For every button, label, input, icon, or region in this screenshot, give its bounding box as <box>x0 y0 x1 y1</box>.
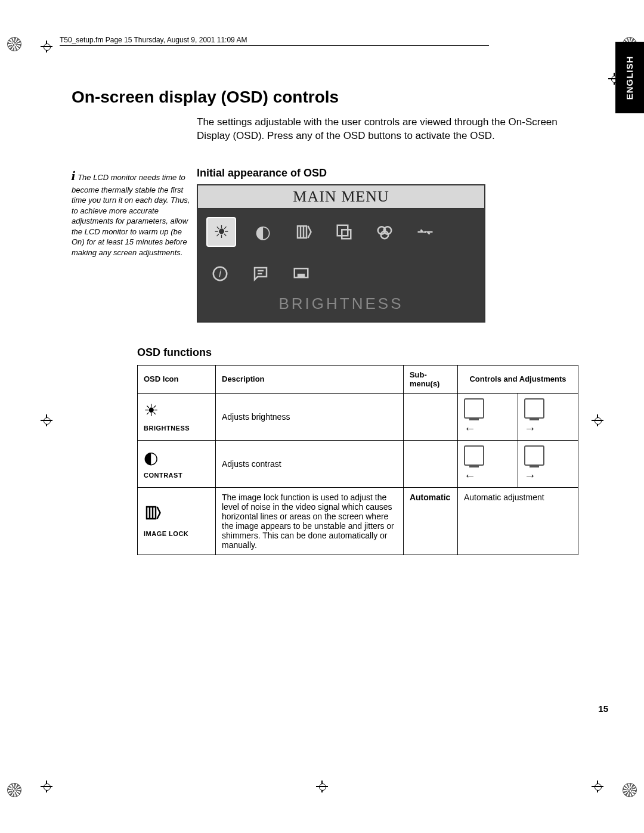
intro-text: The settings adjustable with the user co… <box>197 116 572 143</box>
col-osd-icon: OSD Icon <box>138 365 216 393</box>
control-increase: → <box>518 393 578 440</box>
monitor-high-contrast-icon <box>524 445 544 466</box>
image-lock-icon <box>290 218 317 246</box>
col-description: Description <box>216 365 404 393</box>
color-icon <box>371 218 398 246</box>
reset-icon <box>411 218 439 246</box>
language-icon <box>247 260 274 287</box>
osd-functions-heading: OSD functions <box>137 346 578 359</box>
monitor-bright-icon <box>524 398 544 419</box>
reg-mark-icon <box>623 783 637 797</box>
row-submenu: Automatic <box>403 487 457 555</box>
row-desc: Adjusts contrast <box>216 440 404 487</box>
image-lock-icon <box>144 504 209 526</box>
arrow-right-icon: → <box>524 469 572 482</box>
crop-mark-icon <box>316 781 328 792</box>
table-row: ◐ CONTRAST Adjusts contrast ← → <box>138 440 578 487</box>
brightness-icon: ☀ <box>144 401 209 420</box>
crop-mark-icon <box>41 414 52 426</box>
crop-mark-icon <box>41 41 52 52</box>
image-position-icon <box>330 218 358 246</box>
sidenote: iThe LCD monitor needs time to become th… <box>72 167 197 323</box>
osd-icon-grid: ☀ ◐ i <box>198 209 484 291</box>
row-icon-label: IMAGE LOCK <box>144 530 188 537</box>
control-decrease: ← <box>458 440 518 487</box>
row-control-text: Automatic adjustment <box>458 487 578 555</box>
reg-mark-icon <box>7 783 21 797</box>
svg-rect-1 <box>342 230 351 239</box>
table-row: ☀ BRIGHTNESS Adjusts brightness ← → <box>138 393 578 440</box>
brightness-icon: ☀ <box>206 217 236 247</box>
svg-rect-9 <box>298 274 305 277</box>
monitor-dim-icon <box>464 398 484 419</box>
row-submenu <box>403 440 457 487</box>
control-increase: → <box>518 440 578 487</box>
language-tab: ENGLISH <box>615 42 644 113</box>
reg-mark-icon <box>7 37 21 51</box>
page-number: 15 <box>598 704 608 714</box>
table-row: IMAGE LOCK The image lock function is us… <box>138 487 578 555</box>
contrast-icon: ◐ <box>144 448 209 467</box>
svg-text:i: i <box>219 268 222 280</box>
monitor-low-contrast-icon <box>464 445 484 466</box>
sidenote-text: The LCD monitor needs time to become the… <box>72 173 190 257</box>
row-submenu <box>403 393 457 440</box>
row-desc: Adjusts brightness <box>216 393 404 440</box>
arrow-left-icon: ← <box>464 422 512 435</box>
row-icon-label: BRIGHTNESS <box>144 425 190 432</box>
crop-mark-icon <box>41 781 52 792</box>
svg-point-5 <box>424 231 426 233</box>
osd-preview: MAIN MENU ☀ ◐ <box>197 184 485 323</box>
arrow-left-icon: ← <box>464 469 512 482</box>
information-icon: i <box>206 260 234 287</box>
initial-appearance-heading: Initial appearance of OSD <box>197 167 596 179</box>
language-tab-label: ENGLISH <box>625 55 635 100</box>
display-mode-icon <box>287 260 315 287</box>
osd-title: MAIN MENU <box>198 185 484 209</box>
arrow-right-icon: → <box>524 422 572 435</box>
crop-mark-icon <box>592 781 603 792</box>
osd-functions-table: OSD Icon Description Sub-menu(s) Control… <box>137 365 578 555</box>
osd-selected-label: BRIGHTNESS <box>198 291 484 321</box>
col-submenu: Sub-menu(s) <box>403 365 457 393</box>
info-icon: i <box>70 167 76 185</box>
page-header: T50_setup.fm Page 15 Thursday, August 9,… <box>60 36 489 46</box>
row-icon-label: CONTRAST <box>144 472 182 479</box>
control-decrease: ← <box>458 393 518 440</box>
col-controls: Controls and Adjustments <box>458 365 578 393</box>
row-desc: The image lock function is used to adjus… <box>216 487 404 555</box>
contrast-icon: ◐ <box>249 218 277 246</box>
page-title: On-screen display (OSD) controls <box>72 88 596 107</box>
